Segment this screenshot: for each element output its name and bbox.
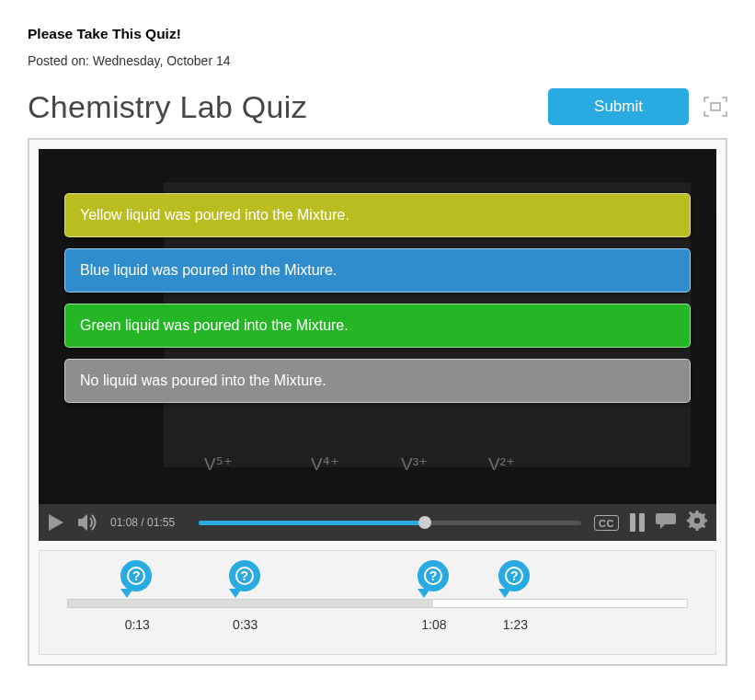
question-pin-icon: ? [229,560,262,593]
volume-icon[interactable] [77,513,97,532]
question-marker-2[interactable]: ?0:33 [229,560,262,593]
timeline-progress [68,600,433,607]
answer-list: Yellow liquid was poured into the Mixtur… [64,193,691,403]
timeline-track[interactable] [67,599,688,608]
video-progress-fill [199,521,425,525]
video-player: Zn + 2VO²⁺ + 4H⁺ → 2V³⁺ + Zn²⁺ + H₂O V⁵⁺… [39,149,716,541]
v3-label: V³⁺ [401,453,428,475]
svg-rect-4 [696,527,699,532]
quiz-title: Chemistry Lab Quiz [28,89,307,125]
fullscreen-icon[interactable] [704,97,727,117]
pause-icon[interactable] [630,513,645,532]
question-timeline: ?0:13?0:33?1:08?1:23 [39,550,716,655]
video-time: 01:08 / 01:55 [110,516,186,529]
question-marker-time: 0:33 [233,617,257,632]
question-pin-icon: ? [418,560,451,593]
svg-rect-6 [704,520,708,522]
svg-rect-5 [687,520,692,522]
question-pin-icon: ? [120,560,154,593]
answer-option-yellow[interactable]: Yellow liquid was poured into the Mixtur… [64,193,691,237]
settings-icon[interactable] [687,511,707,534]
answer-option-green[interactable]: Green liquid was poured into the Mixture… [64,304,691,348]
video-controls: 01:08 / 01:55 CC [39,504,716,541]
v2-label: V²⁺ [488,453,515,475]
question-marker-3[interactable]: ?1:08 [418,560,451,593]
submit-button[interactable]: Submit [548,88,689,125]
question-marker-time: 1:08 [421,617,446,632]
question-marker-time: 1:23 [503,617,528,632]
answer-option-none[interactable]: No liquid was poured into the Mixture. [64,359,691,403]
question-marker-1[interactable]: ?0:13 [120,560,154,593]
answer-option-blue[interactable]: Blue liquid was poured into the Mixture. [64,248,691,293]
video-progress-thumb[interactable] [418,516,431,529]
v5-label: V⁵⁺ [204,453,233,475]
v4-label: V⁴⁺ [311,453,339,475]
quiz-panel: Zn + 2VO²⁺ + 4H⁺ → 2V³⁺ + Zn²⁺ + H₂O V⁵⁺… [28,138,727,666]
video-progress-bar[interactable] [199,521,581,525]
question-marker-time: 0:13 [125,617,150,632]
svg-rect-3 [696,511,699,515]
posted-on-date: Posted on: Wednesday, October 14 [28,53,727,68]
question-pin-icon: ? [498,560,532,593]
comment-icon[interactable] [656,511,676,534]
question-marker-4[interactable]: ?1:23 [498,560,532,593]
captions-button[interactable]: CC [594,515,619,531]
play-icon[interactable] [48,513,64,532]
svg-rect-0 [711,103,720,110]
svg-point-2 [694,518,700,523]
take-quiz-heading: Please Take This Quiz! [28,26,727,42]
